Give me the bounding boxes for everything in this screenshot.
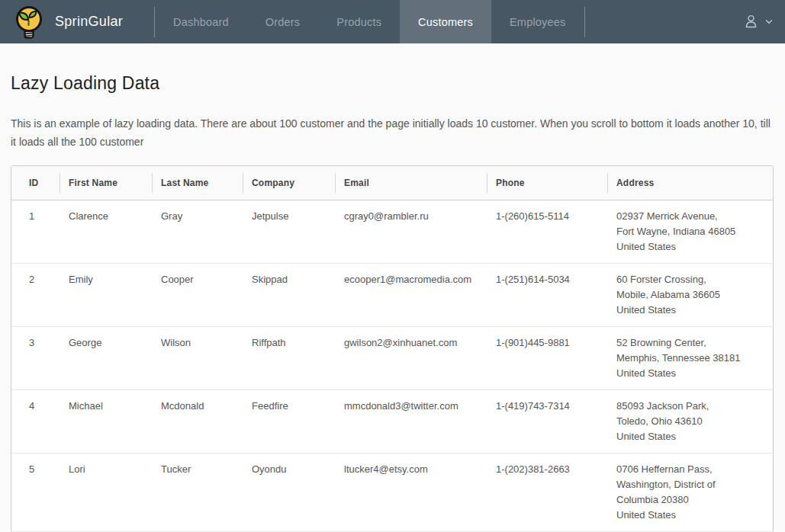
- cell-first-name: Clarence: [60, 200, 152, 264]
- column-header-last-name: Last Name: [152, 166, 243, 200]
- cell-last-name: Wilson: [152, 327, 243, 390]
- page-description: This is an example of lazy loading data.…: [11, 114, 774, 151]
- chevron-down-icon: [765, 19, 773, 24]
- table-body: 1ClarenceGrayJetpulsecgray0@rambler.ru1-…: [11, 200, 773, 532]
- cell-phone: 1-(202)381-2663: [487, 453, 607, 532]
- nav-item-orders[interactable]: Orders: [247, 0, 319, 43]
- cell-address: 52 Browning Center, Memphis, Tennessee 3…: [607, 327, 773, 390]
- person-icon: [742, 13, 760, 30]
- cell-company: Riffpath: [243, 327, 335, 390]
- table-header-row: ID First Name Last Name Company Email Ph…: [11, 166, 773, 200]
- page-title: Lazy Loading Data: [11, 73, 774, 94]
- column-header-company: Company: [243, 166, 335, 200]
- header-divider: [584, 7, 585, 37]
- nav-item-products[interactable]: Products: [318, 0, 400, 43]
- cell-company: Jetpulse: [243, 200, 335, 264]
- customers-table: ID First Name Last Name Company Email Ph…: [11, 166, 773, 532]
- cell-company: Feedfire: [243, 390, 335, 453]
- cell-last-name: Gray: [152, 200, 243, 264]
- column-header-address: Address: [607, 166, 773, 200]
- lightbulb-sprout-icon: [11, 5, 47, 40]
- cell-first-name: Emily: [60, 264, 152, 327]
- cell-id: 2: [11, 264, 60, 327]
- table-row: 1ClarenceGrayJetpulsecgray0@rambler.ru1-…: [11, 200, 773, 264]
- table-row: 4MichaelMcdonaldFeedfiremmcdonald3@twitt…: [11, 390, 773, 453]
- cell-email: gwilson2@xinhuanet.com: [335, 327, 487, 390]
- cell-company: Oyondu: [243, 453, 335, 532]
- cell-id: 3: [11, 327, 60, 390]
- cell-address: 85093 Jackson Park, Toledo, Ohio 43610 U…: [607, 390, 773, 453]
- cell-email: mmcdonald3@twitter.com: [335, 390, 487, 453]
- nav-item-employees[interactable]: Employees: [491, 0, 584, 43]
- cell-last-name: Tucker: [152, 453, 243, 532]
- cell-phone: 1-(419)743-7314: [487, 390, 607, 453]
- column-header-first-name: First Name: [60, 166, 152, 200]
- cell-id: 5: [11, 453, 60, 532]
- table-row: 3GeorgeWilsonRiffpathgwilson2@xinhuanet.…: [11, 327, 773, 390]
- main-nav: Dashboard Orders Products Customers Empl…: [155, 0, 584, 43]
- column-header-phone: Phone: [487, 166, 607, 200]
- cell-first-name: George: [60, 327, 152, 390]
- customers-datagrid: ID First Name Last Name Company Email Ph…: [11, 165, 774, 532]
- app-header: SprinGular Dashboard Orders Products Cus…: [0, 0, 785, 43]
- cell-last-name: Mcdonald: [152, 390, 243, 453]
- cell-address: 0706 Heffernan Pass, Washington, Distric…: [607, 453, 773, 532]
- brand-title: SprinGular: [55, 14, 123, 30]
- user-menu-trigger[interactable]: [742, 0, 785, 43]
- cell-phone: 1-(901)445-9881: [487, 327, 607, 390]
- table-row: 5LoriTuckerOyondultucker4@etsy.com1-(202…: [11, 453, 773, 532]
- cell-company: Skippad: [243, 264, 335, 327]
- cell-id: 4: [11, 390, 60, 453]
- cell-first-name: Michael: [60, 390, 152, 453]
- cell-email: ecooper1@macromedia.com: [335, 264, 487, 327]
- nav-item-dashboard[interactable]: Dashboard: [155, 0, 247, 43]
- cell-id: 1: [11, 200, 60, 264]
- cell-address: 02937 Merrick Avenue, Fort Wayne, Indian…: [607, 200, 773, 264]
- cell-email: cgray0@rambler.ru: [335, 200, 487, 264]
- cell-last-name: Cooper: [152, 264, 243, 327]
- cell-address: 60 Forster Crossing, Mobile, Alabama 366…: [607, 264, 773, 327]
- cell-email: ltucker4@etsy.com: [335, 453, 487, 532]
- column-header-id: ID: [11, 166, 60, 200]
- cell-phone: 1-(251)614-5034: [487, 264, 607, 327]
- brand-link[interactable]: SprinGular: [0, 0, 154, 43]
- content-area: Lazy Loading Data This is an example of …: [0, 73, 785, 532]
- cell-phone: 1-(260)615-5114: [487, 200, 607, 264]
- table-row: 2EmilyCooperSkippadecooper1@macromedia.c…: [11, 264, 773, 327]
- cell-first-name: Lori: [60, 453, 152, 532]
- nav-item-customers[interactable]: Customers: [400, 0, 491, 43]
- column-header-email: Email: [335, 166, 487, 200]
